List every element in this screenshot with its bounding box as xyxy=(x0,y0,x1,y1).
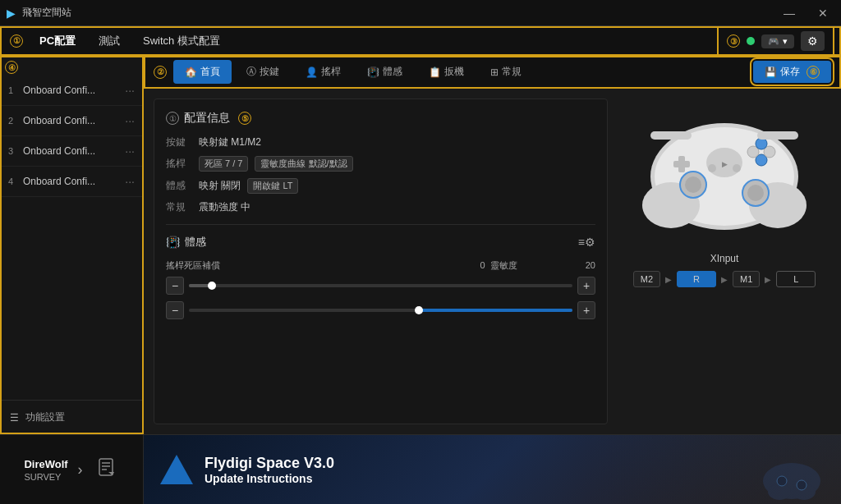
annotation-1: ① xyxy=(10,34,23,48)
right-slider-fill xyxy=(419,309,572,312)
svg-text:▶: ▶ xyxy=(722,160,728,168)
svg-rect-17 xyxy=(757,131,798,140)
tab-home[interactable]: 🏠 首頁 xyxy=(173,60,232,84)
banner-update-section[interactable]: Flydigi Space V3.0 Update Instructions xyxy=(144,435,841,504)
titlebar-controls: — ✕ xyxy=(777,5,834,21)
annotation-3: ③ xyxy=(727,34,740,48)
minimize-button[interactable]: — xyxy=(777,5,802,21)
vibration-section-icon: 📳 xyxy=(166,236,180,249)
survey-arrow-icon: › xyxy=(78,461,83,479)
controller-buttons-row: M2 ▶ R ▶ M1 ▶ L xyxy=(618,271,831,287)
menubar: ① PC配置 測試 Switch 模式配置 ③ 🎮 ▾ ⚙ xyxy=(0,26,841,56)
save-button[interactable]: 💾 保存 ⑥ xyxy=(753,61,831,83)
close-button[interactable]: ✕ xyxy=(811,5,834,21)
right-slider-track[interactable] xyxy=(189,309,572,312)
general-icon: ⊞ xyxy=(490,66,499,78)
settings-function-button[interactable]: ☰ 功能設置 xyxy=(0,400,143,434)
controller-panel: ▶ xyxy=(618,99,831,424)
sidebar-item-1[interactable]: 1 Onboard Confi... ··· xyxy=(0,76,143,106)
svg-point-30 xyxy=(797,480,807,490)
right-slider-plus-button[interactable]: + xyxy=(577,301,595,319)
config-info-title: ① 配置信息 ⑤ xyxy=(166,111,595,126)
config-info-section: ① 配置信息 ⑤ 按鍵 映射鍵 M1/M2 搖桿 死區 7 / 7 靈敏度曲線 … xyxy=(166,111,595,214)
controller-m2-button[interactable]: M2 xyxy=(633,271,660,287)
svg-point-7 xyxy=(685,176,701,193)
arrow-right-icon-2: ▶ xyxy=(721,275,728,284)
banner-controller-decoration xyxy=(759,452,825,504)
survey-subtitle: SURVEY xyxy=(24,472,67,482)
config-panel: ① 配置信息 ⑤ 按鍵 映射鍵 M1/M2 搖桿 死區 7 / 7 靈敏度曲線 … xyxy=(154,99,608,424)
annotation-5: ⑤ xyxy=(238,112,251,125)
connection-status-dot xyxy=(747,37,755,45)
sidebar-item-3[interactable]: 3 Onboard Confi... ··· xyxy=(0,136,143,167)
tab-keys[interactable]: Ⓐ 按鍵 xyxy=(235,60,291,84)
menu-pc-config[interactable]: PC配置 xyxy=(28,29,87,53)
config-row-general: 常規 震動強度 中 xyxy=(166,200,595,214)
home-icon: 🏠 xyxy=(185,66,197,78)
banner-survey-section: DireWolf SURVEY › xyxy=(0,435,144,504)
dropdown-arrow-icon: ▾ xyxy=(783,36,788,47)
left-slider-plus-button[interactable]: + xyxy=(577,277,595,295)
survey-title: DireWolf xyxy=(24,458,67,470)
config-row-vibration: 體感 映射 關閉 開啟鍵 LT xyxy=(166,178,595,194)
tab-general[interactable]: ⊞ 常規 xyxy=(479,60,533,84)
controller-svg: ▶ xyxy=(634,99,815,246)
controller-r-button[interactable]: R xyxy=(677,271,716,287)
menu-test[interactable]: 測試 xyxy=(87,29,131,53)
sidebar-item-1-menu-icon[interactable]: ··· xyxy=(125,84,135,97)
divider xyxy=(166,224,595,225)
content-area: ② 🏠 首頁 Ⓐ 按鍵 👤 搖桿 📳 體感 📋 扳機 ⊞ xyxy=(144,56,841,434)
section-settings-icon[interactable]: ≡⚙ xyxy=(578,236,595,249)
controller-image: ▶ xyxy=(634,99,815,246)
tab-vibration[interactable]: 📳 體感 xyxy=(356,60,414,84)
tab-trigger[interactable]: 📋 扳機 xyxy=(417,60,476,84)
controller-icon: 🎮 xyxy=(768,36,779,47)
annotation-4: ④ xyxy=(5,61,18,74)
arrow-right-icon-1: ▶ xyxy=(665,275,672,284)
keys-icon: Ⓐ xyxy=(246,65,256,79)
sidebar-item-2-menu-icon[interactable]: ··· xyxy=(125,114,135,127)
right-slider-thumb[interactable] xyxy=(415,306,423,314)
function-settings-icon: ☰ xyxy=(10,412,19,424)
controller-l-button[interactable]: L xyxy=(776,271,816,287)
app-title: 飛智空間站 xyxy=(22,6,71,20)
info-circle-icon: ① xyxy=(166,112,179,125)
sidebar-item-3-menu-icon[interactable]: ··· xyxy=(125,144,135,158)
sidebar-item-2[interactable]: 2 Onboard Confi... ··· xyxy=(0,106,143,136)
vibration-section: 📳 體感 ≡⚙ 搖桿死區補償 0 靈敏度 20 xyxy=(166,235,595,319)
survey-link[interactable]: DireWolf SURVEY › xyxy=(11,457,131,483)
survey-document-icon xyxy=(96,457,119,483)
vibration-icon: 📳 xyxy=(367,66,379,78)
controller-type-label: XInput xyxy=(710,253,739,264)
titlebar-left: ▶ 飛智空間站 xyxy=(7,6,71,20)
left-slider-track[interactable] xyxy=(189,284,572,287)
tab-joystick[interactable]: 👤 搖桿 xyxy=(294,60,352,84)
update-subtitle: Update Instructions xyxy=(205,472,334,485)
slider-labels: 搖桿死區補償 0 靈敏度 20 xyxy=(166,259,595,272)
svg-rect-11 xyxy=(673,161,690,167)
menu-switch-mode[interactable]: Switch 模式配置 xyxy=(131,29,232,53)
section-header: 📳 體感 ≡⚙ xyxy=(166,235,595,250)
sidebar-item-4[interactable]: 4 Onboard Confi... ··· xyxy=(0,167,143,197)
left-slider-thumb[interactable] xyxy=(208,282,216,290)
left-slider-minus-button[interactable]: − xyxy=(166,277,184,295)
config-row-joystick: 搖桿 死區 7 / 7 靈敏度曲線 默認/默認 xyxy=(166,156,595,172)
tabs-bar: ② 🏠 首頁 Ⓐ 按鍵 👤 搖桿 📳 體感 📋 扳機 ⊞ xyxy=(144,56,841,89)
app-logo-icon: ▶ xyxy=(7,7,16,20)
gear-icon: ⚙ xyxy=(807,34,818,48)
save-icon: 💾 xyxy=(765,66,777,78)
joystick-icon: 👤 xyxy=(306,66,318,78)
right-slider-container: − + xyxy=(166,301,595,319)
sidebar-item-4-menu-icon[interactable]: ··· xyxy=(125,175,135,188)
annotation-6: ⑥ xyxy=(807,66,820,79)
settings-gear-button[interactable]: ⚙ xyxy=(801,31,825,51)
right-slider-minus-button[interactable]: − xyxy=(166,301,184,319)
main-content: ① 配置信息 ⑤ 按鍵 映射鍵 M1/M2 搖桿 死區 7 / 7 靈敏度曲線 … xyxy=(144,89,841,434)
bottom-banner: DireWolf SURVEY › Flydigi Space V3.0 Upd xyxy=(0,434,841,504)
update-arrow-icon xyxy=(160,455,193,484)
controller-select-button[interactable]: 🎮 ▾ xyxy=(761,34,794,48)
left-slider-fill xyxy=(189,284,208,287)
sidebar: ④ 1 Onboard Confi... ··· 2 Onboard Confi… xyxy=(0,56,144,434)
left-slider-container: − + xyxy=(166,277,595,295)
controller-m1-button[interactable]: M1 xyxy=(733,271,760,287)
